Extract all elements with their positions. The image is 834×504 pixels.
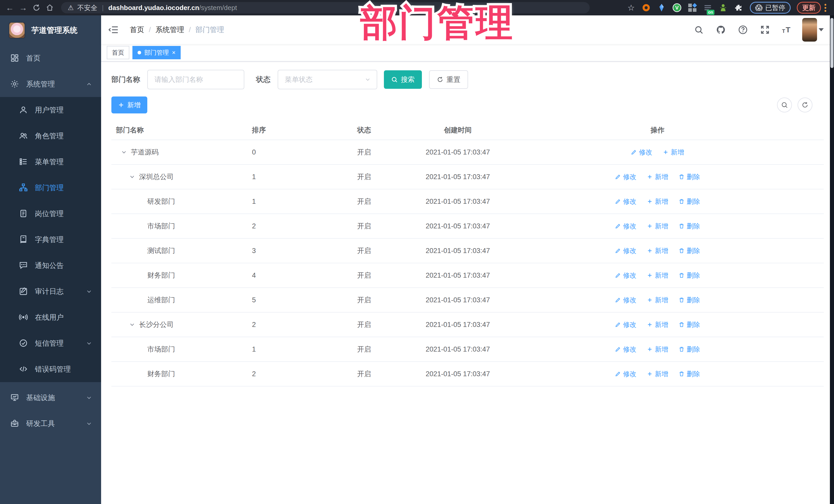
app-navbar: 首页 系统管理 部门管理 TT: [101, 15, 834, 44]
add-child-link[interactable]: 新增: [647, 295, 668, 305]
tab-home[interactable]: 首页: [107, 46, 129, 59]
sidebar-item-audit-log[interactable]: 审计日志: [0, 279, 101, 304]
dept-create-time: 2021-01-05 17:03:47: [386, 296, 530, 304]
user-menu[interactable]: [802, 18, 824, 42]
breadcrumb-home[interactable]: 首页: [130, 25, 144, 35]
dept-status: 开启: [342, 369, 386, 378]
browser-update-button[interactable]: 更新: [797, 2, 821, 14]
delete-link[interactable]: 删除: [679, 345, 700, 354]
extension-pin-icon[interactable]: [657, 3, 666, 12]
header-status: 状态: [342, 126, 386, 135]
extension-grid-icon[interactable]: [688, 3, 697, 12]
header-create-time: 创建时间: [386, 126, 530, 135]
reset-button[interactable]: 重置: [429, 70, 468, 89]
app-logo[interactable]: 芋道管理系统: [0, 15, 101, 45]
edit-link[interactable]: 修改: [615, 320, 636, 329]
fullscreen-icon[interactable]: [760, 25, 770, 35]
extension-orange-icon[interactable]: [641, 3, 651, 12]
add-child-link[interactable]: 新增: [647, 222, 668, 231]
edit-link[interactable]: 修改: [615, 295, 636, 305]
github-icon[interactable]: [716, 25, 726, 35]
edit-link[interactable]: 修改: [615, 271, 636, 280]
delete-link[interactable]: 删除: [679, 246, 700, 255]
sidebar-item-notice[interactable]: 通知公告: [0, 253, 101, 279]
message-icon: [19, 261, 28, 270]
sidebar-item-dict-mgmt[interactable]: 字典管理: [0, 226, 101, 253]
add-child-link[interactable]: 新增: [647, 345, 668, 354]
edit-link[interactable]: 修改: [615, 370, 636, 378]
scrollbar-thumb[interactable]: [830, 18, 833, 68]
profile-emoji: 😱: [755, 4, 763, 12]
edit-link[interactable]: 修改: [615, 172, 636, 181]
add-child-link[interactable]: 新增: [663, 148, 684, 157]
edit-link[interactable]: 修改: [615, 345, 636, 354]
sidebar-item-dev-tools[interactable]: 研发工具: [0, 411, 101, 437]
refresh-table-button[interactable]: [797, 97, 812, 112]
extension-v-icon[interactable]: V: [672, 3, 682, 12]
help-icon[interactable]: [738, 25, 748, 35]
search-button[interactable]: 搜索: [384, 70, 422, 89]
sidebar-item-system[interactable]: 系统管理: [0, 71, 101, 97]
back-icon[interactable]: ←: [4, 2, 15, 13]
sidebar-toggle-icon[interactable]: [101, 15, 126, 44]
sidebar-item-sms-mgmt[interactable]: 短信管理: [0, 330, 101, 356]
dept-name: 深圳总公司: [139, 172, 174, 181]
edit-link[interactable]: 修改: [615, 222, 636, 231]
add-child-link[interactable]: 新增: [647, 271, 668, 280]
dept-sort: 2: [250, 222, 342, 230]
forward-icon[interactable]: →: [18, 2, 29, 13]
delete-link[interactable]: 删除: [679, 172, 700, 181]
sidebar-item-label: 基础设施: [26, 393, 55, 403]
table-row: 芋道源码 0 开启 2021-01-05 17:03:47 修改 新增: [111, 140, 824, 165]
reload-icon[interactable]: [31, 2, 42, 13]
sidebar-item-home[interactable]: 首页: [0, 45, 101, 71]
delete-link[interactable]: 删除: [679, 320, 700, 329]
tab-dept-mgmt[interactable]: 部门管理 ×: [132, 46, 181, 59]
delete-link[interactable]: 删除: [679, 271, 700, 280]
delete-link[interactable]: 删除: [679, 295, 700, 305]
logo-image: [9, 22, 25, 39]
breadcrumb-system[interactable]: 系统管理: [144, 25, 184, 35]
sidebar-item-label: 短信管理: [35, 338, 64, 348]
sidebar-item-online-users[interactable]: 在线用户: [0, 304, 101, 330]
edit-link[interactable]: 修改: [631, 148, 652, 157]
url-path: /system/dept: [199, 4, 237, 12]
profile-paused-button[interactable]: 😱 已暂停: [750, 2, 791, 14]
sidebar-item-dept-mgmt[interactable]: 部门管理: [0, 175, 101, 201]
expand-arrow-icon[interactable]: [120, 149, 131, 156]
bookmark-star-icon[interactable]: ☆: [628, 3, 635, 13]
window-scrollbar[interactable]: [830, 15, 834, 504]
add-button[interactable]: 新增: [111, 96, 147, 113]
toggle-search-button[interactable]: [777, 97, 792, 112]
add-child-link[interactable]: 新增: [647, 197, 668, 206]
home-icon[interactable]: [44, 2, 56, 13]
expand-arrow-icon[interactable]: [129, 321, 139, 328]
chevron-down-icon: [365, 76, 371, 83]
delete-link[interactable]: 删除: [679, 370, 700, 378]
sidebar-item-error-code-mgmt[interactable]: 错误码管理: [0, 356, 101, 382]
add-child-link[interactable]: 新增: [647, 172, 668, 181]
sidebar-item-menu-mgmt[interactable]: 菜单管理: [0, 149, 101, 175]
sidebar-item-user-mgmt[interactable]: 用户管理: [0, 97, 101, 123]
extension-puzzle-icon[interactable]: [734, 3, 743, 12]
close-icon[interactable]: ×: [172, 49, 176, 56]
sidebar-item-role-mgmt[interactable]: 角色管理: [0, 123, 101, 149]
extension-onoff-icon[interactable]: on: [703, 3, 712, 12]
extension-spy-icon[interactable]: [719, 3, 728, 12]
browser-menu-icon[interactable]: [825, 4, 826, 12]
sidebar-item-post-mgmt[interactable]: 岗位管理: [0, 201, 101, 226]
add-child-link[interactable]: 新增: [647, 320, 668, 329]
sidebar-item-infrastructure[interactable]: 基础设施: [0, 385, 101, 411]
header-search-icon[interactable]: [694, 25, 704, 35]
status-select[interactable]: 菜单状态: [278, 70, 377, 89]
delete-link[interactable]: 删除: [679, 197, 700, 206]
add-child-link[interactable]: 新增: [647, 246, 668, 255]
add-child-link[interactable]: 新增: [647, 370, 668, 378]
font-size-icon[interactable]: TT: [782, 25, 790, 34]
address-bar[interactable]: ⚠ 不安全 | dashboard.yudao.iocoder.cn/syste…: [61, 2, 590, 13]
edit-link[interactable]: 修改: [615, 246, 636, 255]
delete-link[interactable]: 删除: [679, 222, 700, 231]
dept-name-input[interactable]: [147, 70, 244, 89]
expand-arrow-icon[interactable]: [129, 173, 139, 180]
edit-link[interactable]: 修改: [615, 197, 636, 206]
